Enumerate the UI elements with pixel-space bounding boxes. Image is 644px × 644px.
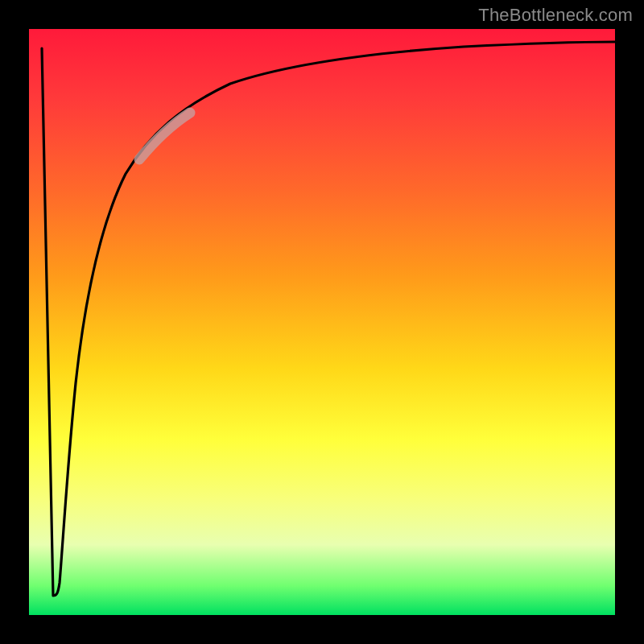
chart-stage: TheBottleneck.com	[0, 0, 644, 644]
frame-right	[615, 0, 644, 644]
frame-left	[0, 0, 29, 644]
chart-svg	[29, 29, 615, 615]
frame-bottom	[0, 615, 644, 644]
curve-highlight-band	[139, 113, 190, 159]
watermark-text: TheBottleneck.com	[478, 5, 633, 26]
bottleneck-curve	[42, 42, 615, 596]
